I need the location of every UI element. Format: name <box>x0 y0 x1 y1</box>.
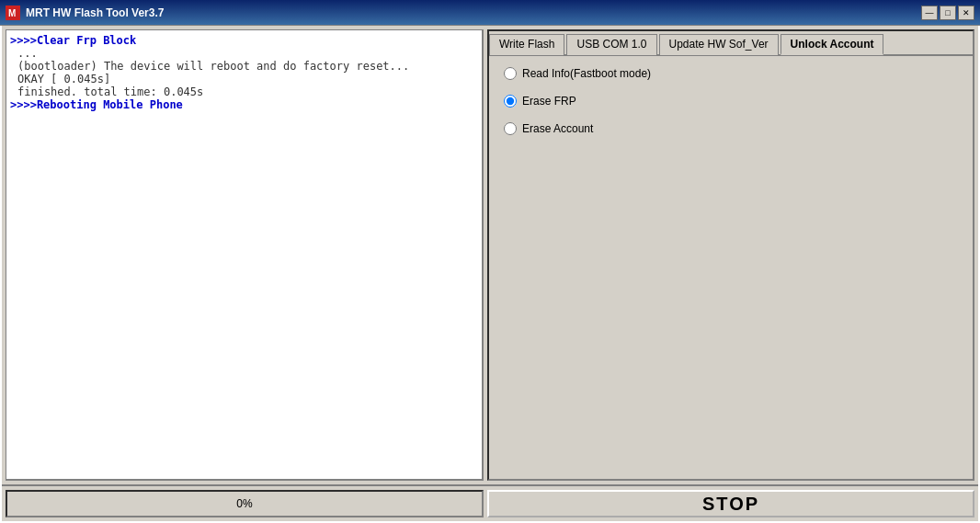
window-controls: — □ ✕ <box>921 6 974 20</box>
content-area: >>>>Clear Frp Block...(bootloader) The d… <box>2 26 978 484</box>
radio-erase-frp[interactable] <box>504 95 517 108</box>
log-line: (bootloader) The device will reboot and … <box>17 60 478 73</box>
maximize-button[interactable]: □ <box>940 6 956 20</box>
radio-label-erase-account[interactable]: Erase Account <box>522 122 593 135</box>
log-line: OKAY [ 0.045s] <box>17 73 478 85</box>
close-button[interactable]: ✕ <box>958 6 974 20</box>
app-title: MRT HW Flash Tool Ver3.7 <box>26 6 164 19</box>
log-line: ... <box>17 47 478 60</box>
tab-bar: Write FlashUSB COM 1.0Update HW Sof_VerU… <box>489 31 973 56</box>
radio-erase-account[interactable] <box>504 122 517 135</box>
log-panel: >>>>Clear Frp Block...(bootloader) The d… <box>6 29 484 481</box>
svg-text:M: M <box>8 8 16 18</box>
app-icon: M <box>6 6 20 20</box>
progress-container: 0% <box>6 490 484 517</box>
radio-read-info[interactable] <box>504 67 517 80</box>
radio-item-erase-frp: Erase FRP <box>504 95 958 108</box>
tab-usb-com[interactable]: USB COM 1.0 <box>566 34 656 55</box>
radio-label-erase-frp[interactable]: Erase FRP <box>522 95 576 108</box>
bottom-bar: 0% STOP <box>2 484 978 521</box>
log-line: >>>>Rebooting Mobile Phone <box>10 98 478 111</box>
radio-label-read-info[interactable]: Read Info(Fastboot mode) <box>522 67 651 80</box>
radio-group: Read Info(Fastboot mode)Erase FRPErase A… <box>504 67 958 135</box>
progress-label: 0% <box>236 497 252 510</box>
log-line: >>>>Clear Frp Block <box>10 34 478 47</box>
title-bar: M MRT HW Flash Tool Ver3.7 — □ ✕ <box>0 0 980 26</box>
tab-unlock-account[interactable]: Unlock Account <box>781 34 884 55</box>
main-window: >>>>Clear Frp Block...(bootloader) The d… <box>0 26 980 523</box>
log-line: finished. total time: 0.045s <box>17 85 478 98</box>
tab-content: Read Info(Fastboot mode)Erase FRPErase A… <box>489 56 973 479</box>
right-panel: Write FlashUSB COM 1.0Update HW Sof_VerU… <box>487 29 974 481</box>
minimize-button[interactable]: — <box>921 6 938 20</box>
stop-button[interactable]: STOP <box>487 490 974 517</box>
radio-item-erase-account: Erase Account <box>504 122 958 135</box>
tab-update-hw[interactable]: Update HW Sof_Ver <box>659 34 779 55</box>
tab-write-flash[interactable]: Write Flash <box>489 34 564 55</box>
radio-item-read-info: Read Info(Fastboot mode) <box>504 67 958 80</box>
